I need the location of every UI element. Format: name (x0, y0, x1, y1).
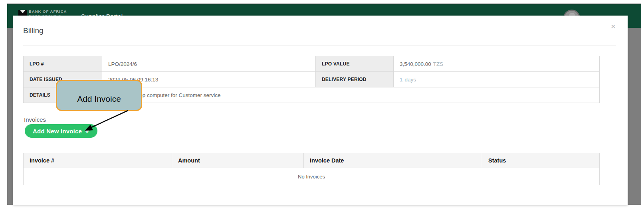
currency-code: TZS (433, 61, 444, 67)
empty-state-text: No Invoices (24, 168, 600, 185)
invoices-table: Invoice # Amount Invoice Date Status No … (23, 153, 600, 185)
table-row: LPO # LPO/2024/6 LPO VALUE 3,540,000.00T… (24, 56, 600, 72)
delivery-period-value: 1days (394, 72, 600, 87)
divider (23, 46, 616, 46)
bank-logo-text: BANK OF AFRICA (29, 10, 67, 14)
col-status: Status (482, 153, 600, 168)
close-icon[interactable]: × (611, 22, 616, 30)
modal-title: Billing (23, 26, 44, 35)
invoices-section-label: Invoices (24, 116, 46, 123)
col-amount: Amount (172, 153, 304, 168)
empty-row: No Invoices (24, 168, 600, 185)
col-invoice-number: Invoice # (24, 153, 172, 168)
delivery-unit: days (405, 77, 416, 83)
lpo-value-label: LPO VALUE (316, 56, 394, 72)
delivery-period-label: DELIVERY PERIOD (316, 72, 394, 87)
lpo-number-label: LPO # (24, 56, 102, 72)
annotation-callout: Add Invoice (56, 80, 142, 111)
lpo-value-value: 3,540,000.00TZS (394, 56, 600, 72)
invoices-header-row: Invoice # Amount Invoice Date Status (24, 153, 600, 168)
delivery-days: 1 (400, 77, 403, 83)
col-invoice-date: Invoice Date (304, 153, 482, 168)
screenshot-canvas: BANK OF AFRICA BMCE GROUP ® Supplier Por… (0, 0, 644, 208)
lpo-number-value: LPO/2024/6 (102, 56, 316, 72)
add-button-label: Add New Invoice (33, 128, 82, 135)
callout-text: Add Invoice (77, 94, 121, 104)
details-value: Laptop computer for Customer service (102, 87, 600, 103)
annotation-arrow-icon (79, 108, 135, 136)
lpo-amount: 3,540,000.00 (400, 61, 431, 67)
